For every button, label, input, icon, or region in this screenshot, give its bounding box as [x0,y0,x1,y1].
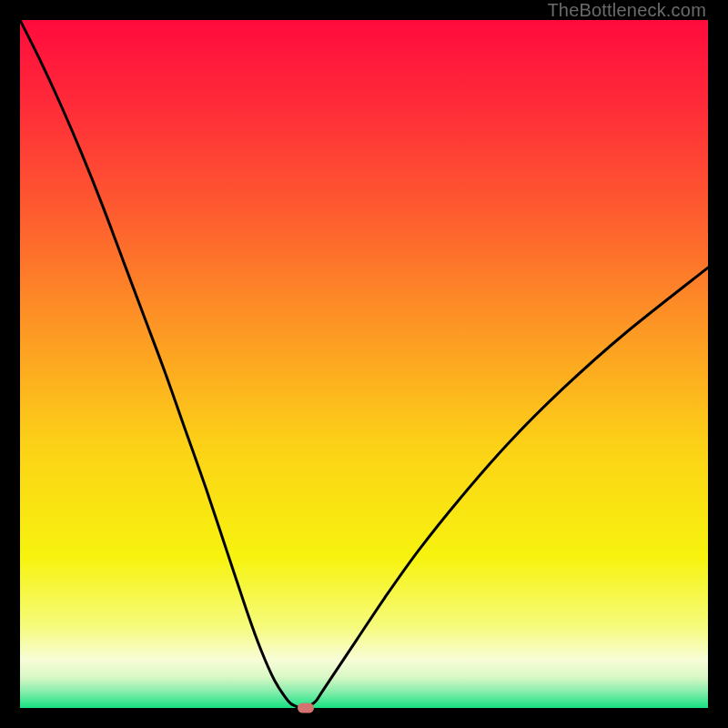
optimum-marker [298,703,314,713]
bottleneck-chart [20,20,708,708]
watermark-text: TheBottleneck.com [547,0,706,21]
gradient-background [20,20,708,708]
chart-frame [20,20,708,708]
